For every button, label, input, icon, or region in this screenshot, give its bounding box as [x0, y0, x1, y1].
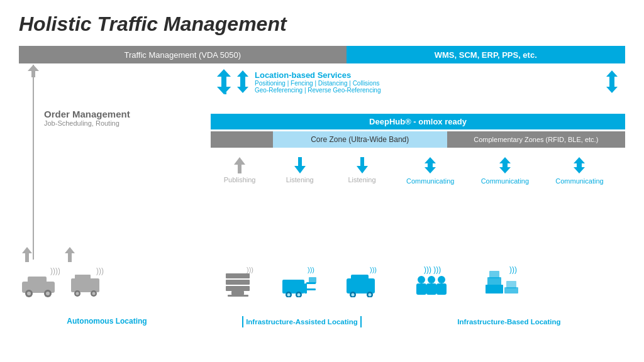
car-icon-col: )))) — [19, 266, 60, 297]
comm1-col: Communicating — [393, 156, 468, 185]
comm2-double-arrow — [498, 156, 512, 175]
listening2-label: Listening — [348, 176, 375, 184]
svg-rect-64 — [486, 285, 503, 293]
loc-arrow-left — [217, 69, 231, 94]
svg-marker-23 — [606, 80, 618, 93]
svg-rect-62 — [436, 283, 447, 295]
wms-bar: WMS, SCM, ERP, PPS, etc. — [347, 46, 625, 63]
svg-rect-40 — [282, 280, 304, 293]
loc-services-sub2: Geo-Referencing | Reverse Geo-Referencin… — [255, 87, 600, 94]
location-services-row: Location-based Services Positioning | Fe… — [211, 68, 625, 96]
svg-rect-44 — [309, 277, 316, 283]
right-separator — [360, 316, 362, 327]
bottom-labels-row: Infrastructure-Assisted Locating Infrast… — [211, 316, 625, 327]
svg-rect-5 — [28, 277, 47, 284]
traffic-mgmt-bar: Traffic Management (VDA 5050) — [19, 46, 347, 63]
comm3-col: Communicating — [542, 156, 617, 185]
svg-point-54 — [351, 293, 354, 297]
svg-rect-34 — [226, 273, 250, 278]
svg-rect-66 — [489, 271, 499, 278]
people-icon: ))) ))) — [410, 266, 451, 297]
pallets-icon-col: ))) — [468, 266, 543, 297]
autonomous-locating-label: Autonomous Locating — [19, 317, 195, 326]
svg-marker-17 — [217, 69, 231, 87]
order-mgmt-title: Order Management — [44, 109, 130, 119]
agv-icon: ))) — [66, 266, 107, 297]
listen1-arrow-down — [294, 157, 306, 173]
svg-marker-19 — [217, 87, 231, 94]
publishing-label: Publishing — [224, 176, 256, 184]
top-down-arrow — [28, 65, 39, 80]
publishing-col: Publishing — [211, 157, 269, 184]
svg-rect-37 — [231, 291, 244, 295]
agv2-icon: ))) — [343, 266, 381, 297]
svg-point-15 — [76, 292, 79, 295]
svg-point-55 — [368, 293, 371, 297]
order-management: Order Management Job-Scheduling, Routing — [44, 109, 130, 127]
arrows-labels-row: Publishing Listening Listeni — [211, 156, 625, 185]
comm1-double-arrow — [423, 156, 437, 175]
listen2-arrow-down — [357, 157, 368, 173]
listening2-col: Listening — [331, 157, 393, 184]
svg-marker-1 — [22, 247, 32, 262]
svg-point-16 — [92, 292, 96, 295]
svg-text:))): ))) — [370, 266, 377, 273]
svg-text:))): ))) — [509, 266, 517, 274]
svg-point-61 — [438, 276, 445, 283]
arrow-to-car — [22, 247, 32, 262]
svg-rect-65 — [487, 277, 501, 286]
server-icon: ))) — [223, 266, 257, 297]
svg-marker-25 — [294, 157, 306, 173]
svg-marker-21 — [237, 80, 248, 93]
svg-marker-26 — [357, 157, 368, 173]
svg-point-59 — [428, 276, 435, 283]
svg-rect-58 — [416, 283, 426, 295]
left-arrows-group — [22, 247, 75, 262]
comm2-label: Communicating — [481, 177, 529, 185]
comp-zone-label: Complementary Zones (RFID, BLE, etc.) — [447, 131, 625, 148]
svg-text:))) ))): ))) ))) — [424, 266, 441, 274]
loc-services-sub1: Positioning | Fencing | Distancing | Col… — [255, 80, 600, 87]
comm3-label: Communicating — [555, 177, 603, 185]
svg-rect-12 — [75, 275, 91, 281]
forklift-icon: ))) — [281, 266, 319, 297]
autonomous-icons: )))) ))) — [19, 266, 107, 297]
core-zone-label: Core Zone (Ultra-Wide Band) — [273, 131, 447, 148]
svg-point-8 — [27, 292, 31, 295]
svg-marker-0 — [28, 65, 39, 77]
svg-point-57 — [418, 276, 425, 283]
loc-double-arrow-right — [605, 68, 619, 96]
svg-marker-30 — [499, 163, 511, 173]
svg-point-9 — [46, 292, 50, 295]
svg-marker-24 — [234, 157, 245, 173]
right-icons-row: ))) ))) — [211, 266, 625, 297]
people-icon-col: ))) ))) — [393, 266, 468, 297]
server-icon-col: ))) — [211, 266, 269, 297]
pallets-icon: ))) — [484, 266, 525, 297]
forklift-icon-col: ))) — [269, 266, 331, 297]
svg-text:))): ))) — [308, 266, 314, 273]
svg-text:))): ))) — [247, 266, 253, 273]
svg-marker-28 — [425, 163, 436, 173]
svg-rect-35 — [226, 280, 250, 285]
loc-services-title: Location-based Services — [255, 70, 600, 80]
publish-arrow-up — [234, 157, 245, 173]
zones-bar: Core Zone (Ultra-Wide Band) Complementar… — [211, 131, 625, 148]
order-mgmt-subtitle: Job-Scheduling, Routing — [44, 119, 130, 127]
infra-based-section: Infrastructure-Based Locating — [393, 318, 625, 326]
comm1-label: Communicating — [406, 177, 454, 185]
svg-rect-51 — [351, 275, 369, 281]
svg-rect-60 — [426, 283, 436, 295]
vertical-line — [33, 65, 34, 260]
car-icon: )))) — [19, 266, 60, 297]
svg-rect-38 — [228, 295, 248, 297]
comm3-double-arrow — [572, 156, 586, 175]
loc-double-arrow-left — [236, 68, 250, 96]
listening1-label: Listening — [286, 176, 314, 184]
svg-text:)))): )))) — [50, 266, 60, 275]
top-bars-row: Traffic Management (VDA 5050) WMS, SCM, … — [19, 46, 625, 63]
svg-marker-32 — [574, 163, 585, 173]
agv-icon-col: ))) — [66, 266, 107, 297]
agv2-icon-col: ))) — [331, 266, 393, 297]
svg-point-47 — [287, 293, 290, 297]
